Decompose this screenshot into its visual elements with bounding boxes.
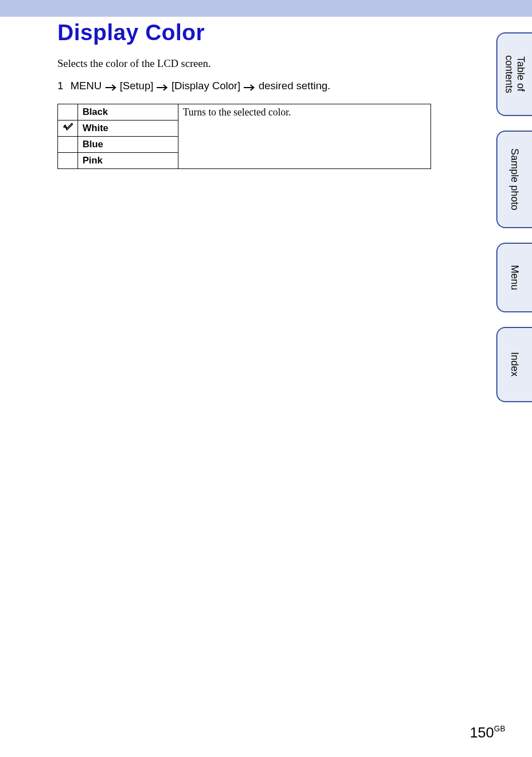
instruction-step: 1 MENU [Setup] [Display Color] desired s… bbox=[57, 80, 431, 94]
tab-sample-photo[interactable]: Sample photo bbox=[496, 131, 532, 228]
arrow-icon bbox=[243, 81, 255, 94]
option-check-cell bbox=[58, 120, 78, 137]
step-part-menu: MENU bbox=[70, 80, 101, 91]
tab-menu[interactable]: Menu bbox=[496, 243, 532, 312]
tab-label: Table of contents bbox=[503, 55, 526, 93]
option-check-cell bbox=[58, 104, 78, 120]
tab-label-line1: Table of bbox=[515, 56, 526, 91]
step-part-displaycolor: [Display Color] bbox=[172, 80, 241, 91]
tab-index[interactable]: Index bbox=[496, 327, 532, 402]
page-number: 150 bbox=[470, 724, 494, 741]
main-content: Display Color Selects the color of the L… bbox=[57, 20, 431, 169]
checkmark-icon bbox=[63, 123, 73, 132]
option-label: Pink bbox=[78, 153, 178, 169]
top-blue-bar bbox=[0, 0, 532, 17]
tab-label: Menu bbox=[509, 265, 521, 290]
page-description: Selects the color of the LCD screen. bbox=[57, 57, 431, 70]
page-title: Display Color bbox=[57, 20, 431, 45]
tab-label-line2: contents bbox=[504, 55, 515, 93]
option-label: Blue bbox=[78, 137, 178, 153]
step-part-desired: desired setting. bbox=[259, 80, 331, 91]
option-check-cell bbox=[58, 137, 78, 153]
options-table: Black Turns to the selected color. White… bbox=[57, 104, 431, 169]
arrow-icon bbox=[156, 81, 168, 94]
region-code: GB bbox=[494, 724, 505, 733]
option-label: White bbox=[78, 120, 178, 137]
option-explanation: Turns to the selected color. bbox=[178, 104, 431, 169]
side-navigation: Table of contents Sample photo Menu Inde… bbox=[496, 32, 532, 402]
table-row: Black Turns to the selected color. bbox=[58, 104, 431, 120]
tab-label: Sample photo bbox=[509, 148, 521, 210]
tab-label: Index bbox=[509, 352, 521, 377]
step-part-setup: [Setup] bbox=[120, 80, 153, 91]
page-footer: 150GB bbox=[470, 724, 505, 741]
option-check-cell bbox=[58, 153, 78, 169]
step-number: 1 bbox=[57, 80, 67, 92]
option-label: Black bbox=[78, 104, 178, 120]
tab-table-of-contents[interactable]: Table of contents bbox=[496, 32, 532, 116]
arrow-icon bbox=[105, 81, 117, 94]
